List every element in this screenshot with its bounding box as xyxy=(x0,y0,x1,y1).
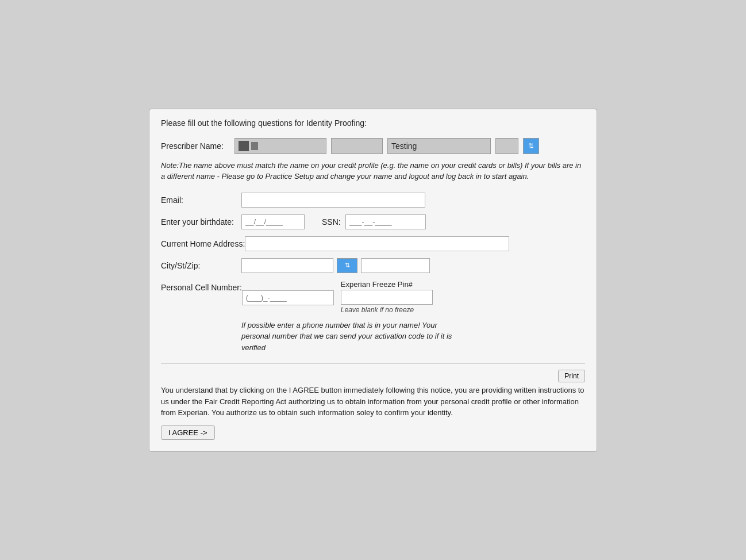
birthdate-input[interactable] xyxy=(241,214,305,229)
freeze-sublabel: Leave blank if no freeze xyxy=(341,306,433,314)
bottom-row: I AGREE -> xyxy=(161,425,585,440)
phone-note: If possible enter a phone number that is… xyxy=(241,320,460,354)
state-arrow-icon: ⇅ xyxy=(345,262,350,269)
print-button[interactable]: Print xyxy=(558,370,585,382)
form-container: Please fill out the following questions … xyxy=(149,109,597,452)
city-input[interactable] xyxy=(241,258,333,273)
email-row: Email: xyxy=(161,193,585,208)
address-row: Current Home Address: xyxy=(161,236,585,251)
first-name-icon2 xyxy=(251,142,258,150)
address-input[interactable] xyxy=(245,236,509,251)
prescriber-note: Note:The name above must match the name … xyxy=(161,160,585,182)
zip-input[interactable] xyxy=(361,258,430,273)
prescriber-last-name: Testing xyxy=(387,138,491,154)
up-down-arrow-icon: ⇅ xyxy=(528,142,534,150)
agree-button[interactable]: I AGREE -> xyxy=(161,425,215,440)
cell-label: Personal Cell Number: xyxy=(161,280,242,294)
freeze-group: Experian Freeze Pin# Leave blank if no f… xyxy=(341,280,433,314)
phone-input[interactable] xyxy=(242,290,334,305)
print-row: Print xyxy=(161,370,585,382)
freeze-label: Experian Freeze Pin# xyxy=(341,280,433,289)
separator xyxy=(161,363,585,364)
agree-text: You understand that by clicking on the I… xyxy=(161,385,585,419)
city-row: City/St/Zip: ⇅ xyxy=(161,258,585,273)
address-label: Current Home Address: xyxy=(161,236,245,250)
birthdate-label: Enter your birthdate: xyxy=(161,214,241,228)
email-input[interactable] xyxy=(241,193,425,208)
freeze-pin-input[interactable] xyxy=(341,290,433,305)
prescriber-suffix xyxy=(495,138,518,154)
state-select-button[interactable]: ⇅ xyxy=(337,258,357,273)
prescriber-label: Prescriber Name: xyxy=(161,141,230,151)
birthdate-ssn-row: Enter your birthdate: SSN: xyxy=(161,214,585,229)
form-header: Please fill out the following questions … xyxy=(161,118,585,128)
cell-row: Personal Cell Number: Experian Freeze Pi… xyxy=(161,280,585,314)
prescriber-select-button[interactable]: ⇅ xyxy=(523,138,539,154)
prescriber-row: Prescriber Name: Testing ⇅ xyxy=(161,138,585,154)
city-label: City/St/Zip: xyxy=(161,261,241,270)
ssn-input[interactable] xyxy=(345,214,426,229)
email-label: Email: xyxy=(161,195,241,205)
prescriber-first-name xyxy=(234,138,326,154)
ssn-label: SSN: xyxy=(322,217,341,227)
prescriber-middle-name xyxy=(331,138,383,154)
first-name-icon xyxy=(239,141,249,151)
